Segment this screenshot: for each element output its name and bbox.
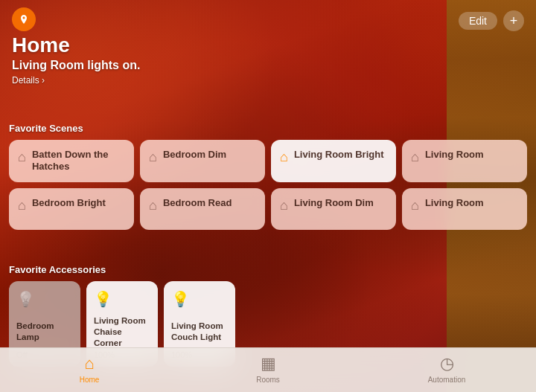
scene-name: Living Room Bright: [294, 149, 384, 161]
scene-card-living-room-bright[interactable]: ⌂Living Room Bright: [271, 140, 396, 182]
scene-card-bedroom-read[interactable]: ⌂Bedroom Read: [140, 188, 265, 230]
scene-card-living-room-2[interactable]: ⌂Living Room: [402, 188, 527, 230]
scene-house-icon: ⌂: [149, 150, 157, 165]
accessory-bulb-icon: 💡: [16, 289, 73, 309]
scene-name: Bedroom Dim: [163, 149, 226, 161]
automation-tab-label: Automation: [428, 376, 466, 384]
scene-name: Batten Down the Hatches: [32, 149, 125, 173]
accessory-name: Bedroom Lamp: [16, 321, 73, 343]
details-link[interactable]: Details ›: [12, 75, 140, 86]
scene-card-living-room-1[interactable]: ⌂Living Room: [402, 140, 527, 182]
scene-house-icon: ⌂: [18, 198, 26, 213]
scene-name: Living Room Dim: [294, 197, 374, 209]
scenes-section-label: Favorite Scenes: [9, 123, 527, 134]
scene-card-bedroom-bright[interactable]: ⌂Bedroom Bright: [9, 188, 134, 230]
scenes-section: Favorite Scenes ⌂Batten Down the Hatches…: [9, 123, 527, 230]
rooms-tab-label: Rooms: [256, 376, 280, 384]
home-tab-icon: ⌂: [84, 354, 94, 373]
add-button[interactable]: +: [503, 10, 524, 31]
edit-button[interactable]: Edit: [459, 12, 497, 30]
accessory-name: Living Room Couch Light: [171, 321, 228, 343]
accessory-bulb-icon: 💡: [171, 289, 228, 309]
location-icon: [12, 7, 36, 31]
scene-name: Bedroom Read: [163, 197, 232, 209]
scene-card-bedroom-dim[interactable]: ⌂Bedroom Dim: [140, 140, 265, 182]
tab-automation[interactable]: ◷Automation: [357, 354, 536, 387]
scene-name: Living Room: [425, 197, 484, 209]
scene-name: Bedroom Bright: [32, 197, 106, 209]
rooms-tab-icon: ▦: [261, 354, 276, 373]
scenes-grid: ⌂Batten Down the Hatches⌂Bedroom Dim⌂Liv…: [9, 140, 527, 230]
scene-house-icon: ⌂: [411, 150, 419, 165]
automation-tab-icon: ◷: [440, 354, 454, 373]
scene-name: Living Room: [425, 149, 484, 161]
scene-house-icon: ⌂: [411, 198, 419, 213]
scene-house-icon: ⌂: [280, 150, 288, 165]
home-tab-label: Home: [80, 376, 100, 384]
scene-house-icon: ⌂: [149, 198, 157, 213]
scene-house-icon: ⌂: [280, 198, 288, 213]
scene-card-living-room-dim[interactable]: ⌂Living Room Dim: [271, 188, 396, 230]
header-left: Home Living Room lights on. Details ›: [12, 7, 140, 86]
header: Home Living Room lights on. Details › Ed…: [0, 7, 536, 86]
header-actions: Edit +: [459, 10, 524, 31]
tab-bar: ⌂Home▦Rooms◷Automation: [0, 347, 536, 392]
accessory-bulb-icon: 💡: [94, 289, 150, 309]
accessory-name: Living Room Chaise Corner: [94, 315, 150, 349]
tab-home[interactable]: ⌂Home: [0, 354, 179, 387]
scene-house-icon: ⌂: [18, 150, 26, 165]
home-subtitle: Living Room lights on.: [12, 59, 140, 72]
accessories-section-label: Favorite Accessories: [9, 264, 527, 275]
tab-rooms[interactable]: ▦Rooms: [179, 354, 357, 387]
scene-card-batten[interactable]: ⌂Batten Down the Hatches: [9, 140, 134, 182]
app-title: Home: [12, 34, 140, 57]
